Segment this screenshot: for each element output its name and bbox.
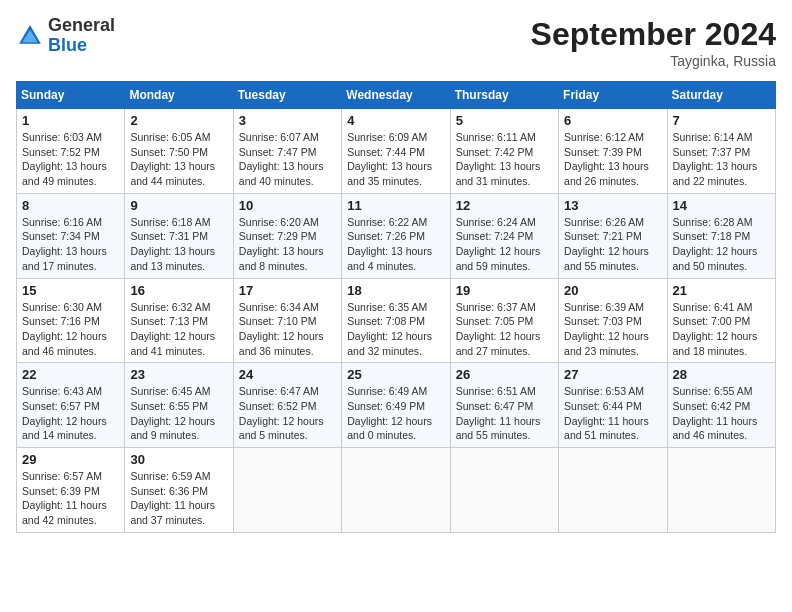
calendar-cell: 20 Sunrise: 6:39 AM Sunset: 7:03 PM Dayl… — [559, 278, 667, 363]
day-number: 19 — [456, 283, 553, 298]
calendar-cell — [559, 448, 667, 533]
day-info: Sunrise: 6:18 AM Sunset: 7:31 PM Dayligh… — [130, 215, 227, 274]
day-info: Sunrise: 6:43 AM Sunset: 6:57 PM Dayligh… — [22, 384, 119, 443]
day-number: 12 — [456, 198, 553, 213]
day-info: Sunrise: 6:03 AM Sunset: 7:52 PM Dayligh… — [22, 130, 119, 189]
calendar-week-3: 15 Sunrise: 6:30 AM Sunset: 7:16 PM Dayl… — [17, 278, 776, 363]
weekday-header-friday: Friday — [559, 82, 667, 109]
day-info: Sunrise: 6:49 AM Sunset: 6:49 PM Dayligh… — [347, 384, 444, 443]
weekday-header-saturday: Saturday — [667, 82, 775, 109]
day-number: 13 — [564, 198, 661, 213]
day-number: 24 — [239, 367, 336, 382]
calendar-week-2: 8 Sunrise: 6:16 AM Sunset: 7:34 PM Dayli… — [17, 193, 776, 278]
day-info: Sunrise: 6:37 AM Sunset: 7:05 PM Dayligh… — [456, 300, 553, 359]
day-number: 1 — [22, 113, 119, 128]
day-number: 4 — [347, 113, 444, 128]
calendar-cell: 3 Sunrise: 6:07 AM Sunset: 7:47 PM Dayli… — [233, 109, 341, 194]
calendar-cell: 27 Sunrise: 6:53 AM Sunset: 6:44 PM Dayl… — [559, 363, 667, 448]
calendar-cell: 7 Sunrise: 6:14 AM Sunset: 7:37 PM Dayli… — [667, 109, 775, 194]
calendar-cell: 9 Sunrise: 6:18 AM Sunset: 7:31 PM Dayli… — [125, 193, 233, 278]
day-info: Sunrise: 6:22 AM Sunset: 7:26 PM Dayligh… — [347, 215, 444, 274]
day-number: 14 — [673, 198, 770, 213]
day-info: Sunrise: 6:32 AM Sunset: 7:13 PM Dayligh… — [130, 300, 227, 359]
calendar-cell: 24 Sunrise: 6:47 AM Sunset: 6:52 PM Dayl… — [233, 363, 341, 448]
calendar-cell: 2 Sunrise: 6:05 AM Sunset: 7:50 PM Dayli… — [125, 109, 233, 194]
day-info: Sunrise: 6:24 AM Sunset: 7:24 PM Dayligh… — [456, 215, 553, 274]
day-info: Sunrise: 6:07 AM Sunset: 7:47 PM Dayligh… — [239, 130, 336, 189]
day-number: 8 — [22, 198, 119, 213]
logo-general-text: General — [48, 15, 115, 35]
day-number: 11 — [347, 198, 444, 213]
day-number: 6 — [564, 113, 661, 128]
day-info: Sunrise: 6:26 AM Sunset: 7:21 PM Dayligh… — [564, 215, 661, 274]
calendar-cell: 29 Sunrise: 6:57 AM Sunset: 6:39 PM Dayl… — [17, 448, 125, 533]
weekday-header-thursday: Thursday — [450, 82, 558, 109]
day-number: 10 — [239, 198, 336, 213]
calendar-week-5: 29 Sunrise: 6:57 AM Sunset: 6:39 PM Dayl… — [17, 448, 776, 533]
calendar-cell: 28 Sunrise: 6:55 AM Sunset: 6:42 PM Dayl… — [667, 363, 775, 448]
day-number: 25 — [347, 367, 444, 382]
logo: General Blue — [16, 16, 115, 56]
logo-blue-text: Blue — [48, 35, 87, 55]
day-info: Sunrise: 6:51 AM Sunset: 6:47 PM Dayligh… — [456, 384, 553, 443]
calendar-week-1: 1 Sunrise: 6:03 AM Sunset: 7:52 PM Dayli… — [17, 109, 776, 194]
calendar-cell: 19 Sunrise: 6:37 AM Sunset: 7:05 PM Dayl… — [450, 278, 558, 363]
calendar-table: SundayMondayTuesdayWednesdayThursdayFrid… — [16, 81, 776, 533]
calendar-cell: 15 Sunrise: 6:30 AM Sunset: 7:16 PM Dayl… — [17, 278, 125, 363]
calendar-cell — [450, 448, 558, 533]
day-number: 15 — [22, 283, 119, 298]
day-info: Sunrise: 6:57 AM Sunset: 6:39 PM Dayligh… — [22, 469, 119, 528]
day-number: 26 — [456, 367, 553, 382]
day-info: Sunrise: 6:59 AM Sunset: 6:36 PM Dayligh… — [130, 469, 227, 528]
day-info: Sunrise: 6:05 AM Sunset: 7:50 PM Dayligh… — [130, 130, 227, 189]
weekday-header-sunday: Sunday — [17, 82, 125, 109]
calendar-cell: 25 Sunrise: 6:49 AM Sunset: 6:49 PM Dayl… — [342, 363, 450, 448]
day-number: 16 — [130, 283, 227, 298]
day-number: 20 — [564, 283, 661, 298]
calendar-cell: 14 Sunrise: 6:28 AM Sunset: 7:18 PM Dayl… — [667, 193, 775, 278]
day-info: Sunrise: 6:14 AM Sunset: 7:37 PM Dayligh… — [673, 130, 770, 189]
day-info: Sunrise: 6:30 AM Sunset: 7:16 PM Dayligh… — [22, 300, 119, 359]
day-number: 28 — [673, 367, 770, 382]
calendar-cell: 10 Sunrise: 6:20 AM Sunset: 7:29 PM Dayl… — [233, 193, 341, 278]
location: Tayginka, Russia — [531, 53, 776, 69]
calendar-cell — [233, 448, 341, 533]
day-number: 3 — [239, 113, 336, 128]
calendar-header-row: SundayMondayTuesdayWednesdayThursdayFrid… — [17, 82, 776, 109]
weekday-header-wednesday: Wednesday — [342, 82, 450, 109]
calendar-cell — [342, 448, 450, 533]
calendar-cell: 22 Sunrise: 6:43 AM Sunset: 6:57 PM Dayl… — [17, 363, 125, 448]
calendar-cell — [667, 448, 775, 533]
calendar-cell: 5 Sunrise: 6:11 AM Sunset: 7:42 PM Dayli… — [450, 109, 558, 194]
calendar-cell: 30 Sunrise: 6:59 AM Sunset: 6:36 PM Dayl… — [125, 448, 233, 533]
day-info: Sunrise: 6:55 AM Sunset: 6:42 PM Dayligh… — [673, 384, 770, 443]
calendar-cell: 13 Sunrise: 6:26 AM Sunset: 7:21 PM Dayl… — [559, 193, 667, 278]
day-number: 29 — [22, 452, 119, 467]
month-title: September 2024 — [531, 16, 776, 53]
day-number: 2 — [130, 113, 227, 128]
day-number: 17 — [239, 283, 336, 298]
day-number: 23 — [130, 367, 227, 382]
day-number: 27 — [564, 367, 661, 382]
logo-text: General Blue — [48, 16, 115, 56]
calendar-cell: 8 Sunrise: 6:16 AM Sunset: 7:34 PM Dayli… — [17, 193, 125, 278]
title-block: September 2024 Tayginka, Russia — [531, 16, 776, 69]
day-info: Sunrise: 6:53 AM Sunset: 6:44 PM Dayligh… — [564, 384, 661, 443]
calendar-cell: 11 Sunrise: 6:22 AM Sunset: 7:26 PM Dayl… — [342, 193, 450, 278]
calendar-cell: 4 Sunrise: 6:09 AM Sunset: 7:44 PM Dayli… — [342, 109, 450, 194]
calendar-cell: 17 Sunrise: 6:34 AM Sunset: 7:10 PM Dayl… — [233, 278, 341, 363]
calendar-cell: 1 Sunrise: 6:03 AM Sunset: 7:52 PM Dayli… — [17, 109, 125, 194]
day-number: 9 — [130, 198, 227, 213]
day-number: 5 — [456, 113, 553, 128]
day-info: Sunrise: 6:34 AM Sunset: 7:10 PM Dayligh… — [239, 300, 336, 359]
day-info: Sunrise: 6:35 AM Sunset: 7:08 PM Dayligh… — [347, 300, 444, 359]
day-info: Sunrise: 6:16 AM Sunset: 7:34 PM Dayligh… — [22, 215, 119, 274]
day-number: 18 — [347, 283, 444, 298]
calendar-cell: 21 Sunrise: 6:41 AM Sunset: 7:00 PM Dayl… — [667, 278, 775, 363]
calendar-cell: 18 Sunrise: 6:35 AM Sunset: 7:08 PM Dayl… — [342, 278, 450, 363]
day-number: 21 — [673, 283, 770, 298]
day-info: Sunrise: 6:12 AM Sunset: 7:39 PM Dayligh… — [564, 130, 661, 189]
day-number: 30 — [130, 452, 227, 467]
day-info: Sunrise: 6:09 AM Sunset: 7:44 PM Dayligh… — [347, 130, 444, 189]
day-number: 22 — [22, 367, 119, 382]
